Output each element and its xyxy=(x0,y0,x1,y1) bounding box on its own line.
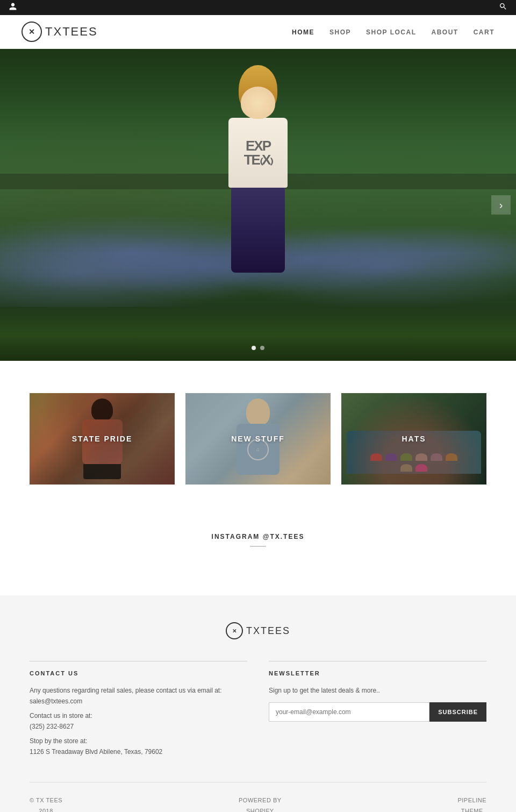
footer-powered-by: POWERED BY SHOPIFY xyxy=(239,795,282,812)
slider-dots xyxy=(252,346,264,350)
site-footer: TXTEES CONTACT US Any questions regardin… xyxy=(0,595,516,812)
category-new-stuff-label: NEW STUFF xyxy=(185,393,331,485)
category-state-pride[interactable]: STATE PRIDE xyxy=(30,393,175,485)
footer-copyright: © TX TEES 2018 xyxy=(30,795,62,812)
category-hats-label: HATS xyxy=(341,393,486,485)
site-header: TXTEES HOME SHOP SHOP LOCAL ABOUT CART xyxy=(0,15,516,49)
footer-newsletter-title: NEWSLETTER xyxy=(269,670,486,676)
slide-dot-2[interactable] xyxy=(260,346,264,350)
category-state-pride-label: STATE PRIDE xyxy=(30,393,175,485)
top-utility-bar xyxy=(0,0,516,15)
main-nav: HOME SHOP SHOP LOCAL ABOUT CART xyxy=(292,27,494,37)
footer-contact-phone: Contact us in store at: (325) 232-8627 xyxy=(30,710,247,732)
nav-home[interactable]: HOME xyxy=(292,29,314,36)
nav-shop[interactable]: SHOP xyxy=(329,29,351,36)
hero-next-arrow[interactable]: › xyxy=(491,195,511,215)
instagram-section: INSTAGRAM @TX.TEES xyxy=(0,511,516,595)
logo-text: TXTEES xyxy=(45,25,98,39)
footer-logo-text: TXTEES xyxy=(246,625,290,637)
footer-theme: PIPELINE THEME xyxy=(457,795,486,812)
logo-icon xyxy=(22,22,42,42)
footer-contact-line1: Any questions regarding retail sales, pl… xyxy=(30,685,247,707)
footer-contact-phone-number[interactable]: (325) 232-8627 xyxy=(30,723,74,730)
user-icon[interactable] xyxy=(9,2,17,13)
footer-logo: TXTEES xyxy=(30,622,486,639)
category-new-stuff[interactable]: ⌂ NEW STUFF xyxy=(185,393,331,485)
newsletter-subscribe-button[interactable]: SUBSCRIBE xyxy=(429,702,486,722)
nav-shop-local[interactable]: SHOP LOCAL xyxy=(366,29,416,36)
footer-contact-address: Stop by the store at: 1126 S Treadaway B… xyxy=(30,736,247,758)
category-section: STATE PRIDE ⌂ NEW STUFF xyxy=(0,361,516,511)
hero-image: EXPTE₍X₎ xyxy=(0,49,516,361)
hero-slider: EXPTE₍X₎ › xyxy=(0,49,516,361)
nav-cart[interactable]: CART xyxy=(474,29,494,36)
site-logo[interactable]: TXTEES xyxy=(22,22,98,42)
instagram-divider xyxy=(250,546,266,547)
newsletter-form: SUBSCRIBE xyxy=(269,702,486,722)
footer-bottom: © TX TEES 2018 POWERED BY SHOPIFY PIPELI… xyxy=(30,782,486,812)
footer-columns: CONTACT US Any questions regarding retai… xyxy=(30,661,486,760)
footer-contact-email[interactable]: sales@txtees.com xyxy=(30,697,82,705)
footer-contact-title: CONTACT US xyxy=(30,670,247,676)
footer-newsletter-desc: Sign up to get the latest deals & more.. xyxy=(269,685,486,696)
slide-dot-1[interactable] xyxy=(252,346,256,350)
footer-newsletter: NEWSLETTER Sign up to get the latest dea… xyxy=(269,661,486,760)
search-icon[interactable] xyxy=(499,2,507,13)
footer-logo-icon xyxy=(226,622,243,639)
category-hats[interactable]: HATS xyxy=(341,393,486,485)
instagram-title: INSTAGRAM @TX.TEES xyxy=(0,533,516,540)
footer-contact: CONTACT US Any questions regarding retai… xyxy=(30,661,247,760)
nav-about[interactable]: ABOUT xyxy=(432,29,458,36)
newsletter-email-input[interactable] xyxy=(269,702,429,722)
